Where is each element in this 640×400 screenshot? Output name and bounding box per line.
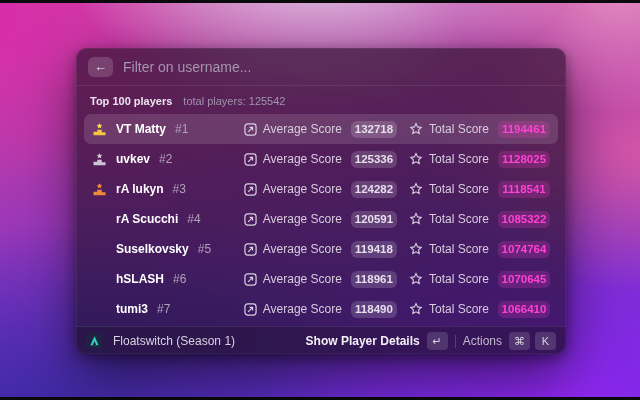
player-metrics: Average Score 124282 Total Score 1118541 — [244, 181, 550, 198]
player-metrics: Average Score 118490 Total Score 1066410 — [244, 301, 550, 318]
player-metrics: Average Score 119418 Total Score 1074764 — [244, 241, 550, 258]
total-score-label: Total Score — [429, 152, 489, 166]
total-score-value: 1066410 — [498, 301, 550, 318]
average-score-label: Average Score — [263, 182, 342, 196]
average-score-label: Average Score — [263, 272, 342, 286]
extension-icon — [86, 333, 103, 350]
total-score-value: 1194461 — [498, 121, 550, 138]
player-row[interactable]: hSLASH #6 Average Score 118961 Total Sco… — [84, 264, 558, 294]
podium-icon — [92, 151, 109, 167]
star-icon — [409, 182, 423, 196]
player-row[interactable]: rA Scucchi #4 Average Score 120591 Total… — [84, 204, 558, 234]
trend-icon — [244, 183, 257, 196]
player-rank: #5 — [198, 242, 211, 256]
average-score-value: 120591 — [351, 211, 397, 228]
star-icon — [409, 122, 423, 136]
trend-icon — [244, 213, 257, 226]
total-score-value: 1085322 — [498, 211, 550, 228]
section-title: Top 100 players — [90, 95, 172, 107]
player-metrics: Average Score 118961 Total Score 1070645 — [244, 271, 550, 288]
podium-icon — [92, 121, 109, 137]
player-username: rA Scucchi — [116, 212, 178, 226]
trend-icon — [244, 273, 257, 286]
player-row[interactable]: tumi3 #7 Average Score 118490 Total Scor… — [84, 294, 558, 324]
total-score-label: Total Score — [429, 182, 489, 196]
average-score-value: 125336 — [351, 151, 397, 168]
average-score-label: Average Score — [263, 122, 342, 136]
back-arrow-icon: ← — [94, 57, 107, 77]
player-row[interactable]: uvkev #2 Average Score 125336 Total Scor… — [84, 144, 558, 174]
average-score-label: Average Score — [263, 302, 342, 316]
average-score-label: Average Score — [263, 242, 342, 256]
footer-bar: Floatswitch (Season 1) Show Player Detai… — [76, 326, 566, 354]
command-key-icon: ⌘ — [509, 332, 530, 350]
back-button[interactable]: ← — [88, 57, 113, 77]
total-score-label: Total Score — [429, 212, 489, 226]
total-score-label: Total Score — [429, 302, 489, 316]
average-score-value: 118490 — [351, 301, 397, 318]
total-score-value: 1070645 — [498, 271, 550, 288]
podium-icon — [92, 241, 109, 257]
trend-icon — [244, 123, 257, 136]
player-username: tumi3 — [116, 302, 148, 316]
player-rank: #1 — [175, 122, 188, 136]
footer-actions: Show Player Details ↵ Actions ⌘ K — [306, 332, 556, 350]
player-rank: #7 — [157, 302, 170, 316]
star-icon — [409, 152, 423, 166]
trend-icon — [244, 303, 257, 316]
actions-button[interactable]: Actions ⌘ K — [463, 332, 556, 350]
star-icon — [409, 212, 423, 226]
launcher-window: ← Top 100 players total players: 125542 … — [76, 48, 566, 354]
trend-icon — [244, 153, 257, 166]
player-username: VT Matty — [116, 122, 166, 136]
average-score-label: Average Score — [263, 212, 342, 226]
player-username: uvkev — [116, 152, 150, 166]
extension-name: Floatswitch (Season 1) — [113, 334, 235, 348]
player-metrics: Average Score 120591 Total Score 1085322 — [244, 211, 550, 228]
player-username: hSLASH — [116, 272, 164, 286]
average-score-value: 132718 — [351, 121, 397, 138]
player-list: VT Matty #1 Average Score 132718 Total S… — [76, 112, 566, 326]
total-score-label: Total Score — [429, 242, 489, 256]
player-rank: #6 — [173, 272, 186, 286]
player-rank: #4 — [187, 212, 200, 226]
average-score-value: 119418 — [351, 241, 397, 258]
search-input[interactable] — [123, 59, 554, 75]
podium-icon — [92, 301, 109, 317]
player-rank: #3 — [173, 182, 186, 196]
show-player-details-label: Show Player Details — [306, 334, 420, 348]
podium-icon — [92, 271, 109, 287]
average-score-value: 118961 — [351, 271, 397, 288]
footer-separator — [455, 335, 456, 348]
list-header: Top 100 players total players: 125542 — [76, 86, 566, 112]
player-rank: #2 — [159, 152, 172, 166]
k-key-icon: K — [535, 332, 556, 350]
player-row[interactable]: Suselkovsky #5 Average Score 119418 Tota… — [84, 234, 558, 264]
star-icon — [409, 302, 423, 316]
player-row[interactable]: VT Matty #1 Average Score 132718 Total S… — [84, 114, 558, 144]
total-score-label: Total Score — [429, 122, 489, 136]
actions-label: Actions — [463, 334, 502, 348]
player-metrics: Average Score 125336 Total Score 1128025 — [244, 151, 550, 168]
average-score-value: 124282 — [351, 181, 397, 198]
total-players-count: total players: 125542 — [183, 95, 285, 107]
total-score-value: 1074764 — [498, 241, 550, 258]
return-key-icon: ↵ — [427, 332, 448, 350]
player-row[interactable]: rA lukyn #3 Average Score 124282 Total S… — [84, 174, 558, 204]
total-score-label: Total Score — [429, 272, 489, 286]
player-username: Suselkovsky — [116, 242, 189, 256]
star-icon — [409, 272, 423, 286]
podium-icon — [92, 181, 109, 197]
player-username: rA lukyn — [116, 182, 164, 196]
total-score-value: 1128025 — [498, 151, 550, 168]
trend-icon — [244, 243, 257, 256]
star-icon — [409, 242, 423, 256]
podium-icon — [92, 211, 109, 227]
player-metrics: Average Score 132718 Total Score 1194461 — [244, 121, 550, 138]
average-score-label: Average Score — [263, 152, 342, 166]
show-player-details-button[interactable]: Show Player Details ↵ — [306, 332, 448, 350]
search-bar: ← — [76, 48, 566, 86]
total-score-value: 1118541 — [498, 181, 550, 198]
